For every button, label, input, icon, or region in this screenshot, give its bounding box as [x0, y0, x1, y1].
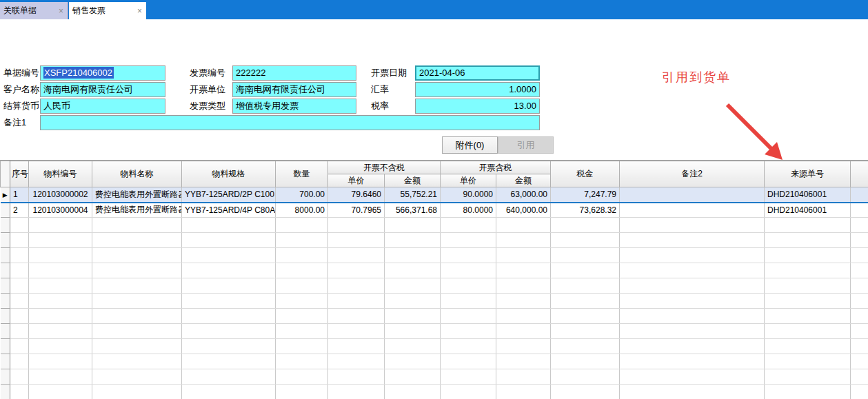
cell-empty[interactable]: [441, 324, 496, 339]
cell-empty[interactable]: [328, 369, 385, 385]
cell-empty[interactable]: [328, 385, 385, 399]
cell-empty[interactable]: [441, 339, 496, 354]
cell-empty[interactable]: [182, 233, 276, 248]
cell-empty[interactable]: [92, 218, 182, 233]
cell-empty[interactable]: [92, 309, 182, 324]
cell-empty[interactable]: [620, 369, 765, 385]
cell-empty[interactable]: [10, 339, 29, 354]
cell-empty[interactable]: [10, 248, 29, 263]
cell-empty[interactable]: [385, 248, 441, 263]
cell-empty[interactable]: [851, 339, 868, 354]
cell-empty[interactable]: [385, 354, 441, 369]
cell-empty[interactable]: [92, 369, 182, 385]
col-header-incl-unit-price[interactable]: 单价: [441, 174, 496, 187]
cell-empty[interactable]: [441, 385, 496, 399]
cell-empty[interactable]: [620, 324, 765, 339]
cell-empty[interactable]: [496, 294, 551, 309]
cell-empty[interactable]: [441, 233, 496, 248]
cell-empty[interactable]: [496, 324, 551, 339]
cell-empty[interactable]: [10, 278, 29, 294]
cell-empty[interactable]: [328, 354, 385, 369]
cell-incl-amount[interactable]: 640,000.00: [496, 203, 551, 218]
cell-excl-unit-price[interactable]: 79.6460: [328, 187, 385, 203]
cell-empty[interactable]: [620, 385, 765, 399]
cell-empty[interactable]: [851, 385, 868, 399]
cell-empty[interactable]: [496, 354, 551, 369]
tab-sales-invoice[interactable]: 销售发票 ×: [69, 2, 146, 19]
cell-empty[interactable]: [182, 248, 276, 263]
cell-empty[interactable]: [620, 278, 765, 294]
cell-empty[interactable]: [765, 309, 851, 324]
doc-no-field[interactable]: XSFP210406002: [40, 65, 165, 81]
close-icon[interactable]: ×: [132, 7, 142, 15]
cell-empty[interactable]: [328, 339, 385, 354]
cell-empty[interactable]: [92, 294, 182, 309]
cell-empty[interactable]: [496, 263, 551, 278]
cell-empty[interactable]: [441, 294, 496, 309]
cell-empty[interactable]: [620, 354, 765, 369]
cell-empty[interactable]: [765, 263, 851, 278]
tax-rate-field[interactable]: 13.00: [415, 99, 540, 114]
cell-empty[interactable]: [92, 233, 182, 248]
cell-empty[interactable]: [496, 278, 551, 294]
cell-empty[interactable]: [276, 233, 328, 248]
cell-empty[interactable]: [276, 369, 328, 385]
cell-empty[interactable]: [92, 278, 182, 294]
cell-empty[interactable]: [385, 278, 441, 294]
table-row-empty[interactable]: [1, 385, 868, 399]
col-header-material-name[interactable]: 物料名称: [92, 161, 182, 187]
table-row-empty[interactable]: [1, 369, 868, 385]
table-row-empty[interactable]: [1, 233, 868, 248]
cell-empty[interactable]: [496, 218, 551, 233]
cell-empty[interactable]: [276, 324, 328, 339]
cell-empty[interactable]: [851, 248, 868, 263]
cell-empty[interactable]: [551, 369, 620, 385]
cell-empty[interactable]: [328, 309, 385, 324]
cell-empty[interactable]: [765, 218, 851, 233]
cell-incl-unit-price[interactable]: 90.0000: [441, 187, 496, 203]
cell-quantity[interactable]: 8000.00: [276, 203, 328, 218]
col-header-excl-tax-group[interactable]: 开票不含税: [328, 161, 441, 174]
cell-empty[interactable]: [29, 324, 92, 339]
attachment-button[interactable]: 附件(0): [442, 136, 498, 154]
table-row[interactable]: 2 120103000004 费控电能表用外置断路器 YYB7-125ARD/4…: [1, 203, 868, 218]
cell-empty[interactable]: [10, 324, 29, 339]
col-header-excl-unit-price[interactable]: 单价: [328, 174, 385, 187]
table-row-empty[interactable]: [1, 248, 868, 263]
cell-empty[interactable]: [620, 294, 765, 309]
cell-empty[interactable]: [765, 369, 851, 385]
table-row-empty[interactable]: [1, 294, 868, 309]
table-row-empty[interactable]: [1, 324, 868, 339]
cell-empty[interactable]: [496, 339, 551, 354]
table-row-empty[interactable]: [1, 218, 868, 233]
cell-empty[interactable]: [765, 248, 851, 263]
cell-empty[interactable]: [851, 354, 868, 369]
cell-empty[interactable]: [276, 248, 328, 263]
exchange-rate-field[interactable]: 1.0000: [415, 82, 540, 97]
cell-empty[interactable]: [182, 309, 276, 324]
cell-empty[interactable]: [182, 339, 276, 354]
remark1-field[interactable]: [40, 115, 540, 130]
cell-empty[interactable]: [551, 233, 620, 248]
invoice-no-field[interactable]: 222222: [232, 65, 356, 81]
cell-empty[interactable]: [441, 218, 496, 233]
cell-empty[interactable]: [441, 309, 496, 324]
cell-empty[interactable]: [10, 385, 29, 399]
cell-empty[interactable]: [385, 233, 441, 248]
cell-source-no[interactable]: DHD210406001: [765, 187, 851, 203]
cell-material-spec[interactable]: YYB7-125ARD/2P C100: [182, 187, 276, 203]
customer-field[interactable]: 海南电网有限责任公司: [40, 82, 165, 97]
cell-empty[interactable]: [10, 309, 29, 324]
cell-empty[interactable]: [182, 385, 276, 399]
cell-empty[interactable]: [29, 233, 92, 248]
cell-empty[interactable]: [276, 339, 328, 354]
cell-empty[interactable]: [496, 385, 551, 399]
cell-material-code[interactable]: 120103000004: [29, 203, 92, 218]
cell-empty[interactable]: [551, 218, 620, 233]
cell-empty[interactable]: [441, 369, 496, 385]
cell-incl-amount[interactable]: 63,000.00: [496, 187, 551, 203]
table-row[interactable]: ▶ 1 120103000002 费控电能表用外置断路器 YYB7-125ARD…: [1, 187, 868, 203]
cell-empty[interactable]: [551, 324, 620, 339]
col-header-remark2[interactable]: 备注2: [620, 161, 765, 187]
cell-empty[interactable]: [276, 278, 328, 294]
